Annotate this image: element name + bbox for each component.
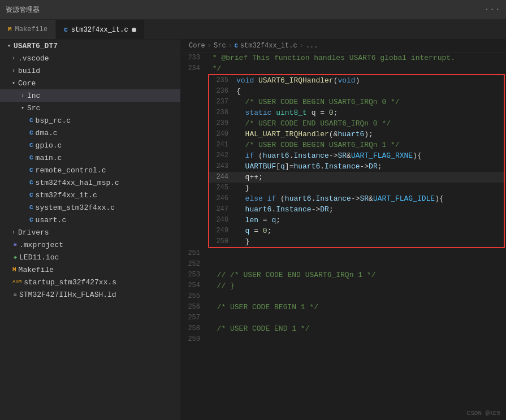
code-line-237: 237 /* USER CODE BEGIN USART6_IRQn 0 */ <box>209 97 504 107</box>
editor-panel: Core › Src › C stm32f4xx_it.c › ... 233 … <box>181 40 506 420</box>
code-line-254: 254 // } <box>181 280 506 291</box>
code-line-242: 242 if (huart6.Instance->SR&UART_FLAG_RX… <box>209 150 504 161</box>
sidebar-item-gpio[interactable]: C gpio.c <box>0 139 180 151</box>
drivers-arrow: › <box>9 230 18 236</box>
core-arrow: ▾ <box>9 80 18 86</box>
code-line-259: 259 <box>181 334 506 345</box>
c-icon-remote: C <box>29 167 33 174</box>
it-label: stm32f4xx_it.c <box>36 191 97 200</box>
bsp-rc-label: bsp_rc.c <box>36 116 71 125</box>
c-icon-it: C <box>29 192 33 198</box>
usart-label: usart.c <box>36 216 67 224</box>
asm-icon: ASM <box>12 279 21 285</box>
sidebar-item-mxproject[interactable]: ≡ .mxproject <box>0 239 180 251</box>
startup-label: startup_stm32f427xx.s <box>24 278 116 287</box>
build-label: build <box>18 67 40 75</box>
sidebar-item-ioc[interactable]: ◈ LED11.ioc <box>0 251 180 263</box>
c-icon-usart: C <box>29 217 33 223</box>
sidebar: ▾ USART6_DT7 › .vscode › build ▾ Core › … <box>0 40 181 420</box>
sidebar-item-src[interactable]: ▾ Src <box>0 102 180 114</box>
breadcrumb-file: stm32f4xx_it.c <box>240 42 297 50</box>
sidebar-item-build[interactable]: › build <box>0 64 180 77</box>
code-line-246: 246 else if (huart6.Instance->SR&UART_FL… <box>209 193 504 204</box>
breadcrumb-ellipsis: ... <box>306 42 318 50</box>
code-line-247: 247 huart6.Instance->DR; <box>209 204 504 215</box>
code-line-239: 239 /* USER CODE END USART6_IRQn 0 */ <box>209 118 504 129</box>
code-line-253: 253 // /* USER CODE END USART6_IRQn 1 */ <box>181 270 506 280</box>
sidebar-item-hal-msp[interactable]: C stm32f4xx_hal_msp.c <box>0 176 180 189</box>
tab-makefile-label: Makefile <box>15 25 48 33</box>
title-bar: 资源管理器 ··· <box>0 0 506 20</box>
vscode-label: .vscode <box>18 54 49 63</box>
unsaved-dot <box>132 28 136 32</box>
makefile-icon: M <box>8 26 12 33</box>
code-line-238: 238 static uint8_t q = 0; <box>209 107 504 118</box>
sidebar-item-dma[interactable]: C dma.c <box>0 127 180 139</box>
ld-icon: ≡ <box>14 292 17 298</box>
sidebar-item-bsp-rc[interactable]: C bsp_rc.c <box>0 114 180 127</box>
c-icon-bsp: C <box>29 117 33 124</box>
tab-makefile[interactable]: M Makefile <box>0 20 56 39</box>
mxproject-label: .mxproject <box>19 241 63 249</box>
c-icon-system: C <box>29 204 33 211</box>
code-line-244: 244 q++; <box>209 172 504 183</box>
code-line-251: 251 <box>181 248 506 259</box>
main-area: ▾ USART6_DT7 › .vscode › build ▾ Core › … <box>0 40 506 420</box>
code-line-249: 249 q = 0; <box>209 226 504 236</box>
drivers-label: Drivers <box>18 228 49 237</box>
sidebar-item-remote-control[interactable]: C remote_control.c <box>0 164 180 176</box>
remote-control-label: remote_control.c <box>36 166 106 175</box>
code-line-255: 255 <box>181 291 506 302</box>
root-label: USART6_DT7 <box>14 42 58 50</box>
title-text: 资源管理器 <box>6 5 484 15</box>
code-line-235: 235 void USART6_IRQHandler(void) <box>209 75 504 86</box>
code-line-258: 258 /* USER CODE END 1 */ <box>181 323 506 334</box>
c-file-icon: C <box>64 27 68 33</box>
watermark: CSDN @KE5 <box>467 410 500 417</box>
sidebar-item-makefile[interactable]: M Makefile <box>0 263 180 276</box>
code-area[interactable]: 233 * @brief This function handles USART… <box>181 53 506 420</box>
src-label: Src <box>27 104 40 112</box>
ioc-icon: ◈ <box>14 254 17 261</box>
code-line-234: 234 */ <box>181 63 506 74</box>
mxp-icon: ≡ <box>14 242 17 248</box>
code-line-233: 233 * @brief This function handles USART… <box>181 53 506 63</box>
c-icon-hal-msp: C <box>29 179 33 186</box>
code-line-252: 252 <box>181 259 506 270</box>
m-icon-makefile: M <box>12 266 16 273</box>
c-icon-gpio: C <box>29 142 33 149</box>
code-line-245: 245 } <box>209 183 504 193</box>
hal-msp-label: stm32f4xx_hal_msp.c <box>36 179 119 187</box>
sidebar-item-startup[interactable]: ASM startup_stm32f427xx.s <box>0 276 180 288</box>
main-label: main.c <box>36 154 62 162</box>
sidebar-item-system[interactable]: C system_stm32f4xx.c <box>0 201 180 214</box>
breadcrumb: Core › Src › C stm32f4xx_it.c › ... <box>181 40 506 53</box>
vscode-arrow: › <box>9 55 18 62</box>
sidebar-root[interactable]: ▾ USART6_DT7 <box>0 40 180 52</box>
ioc-label: LED11.ioc <box>19 253 59 262</box>
sidebar-item-inc[interactable]: › Inc <box>0 89 180 102</box>
root-arrow: ▾ <box>5 42 14 49</box>
sidebar-item-usart[interactable]: C usart.c <box>0 214 180 226</box>
title-dots[interactable]: ··· <box>484 5 500 15</box>
code-line-250: 250 } <box>209 236 504 247</box>
core-label: Core <box>18 79 36 88</box>
code-line-236: 236 { <box>209 86 504 97</box>
code-line-241: 241 /* USER CODE BEGIN USART6_IRQn 1 */ <box>209 140 504 150</box>
sidebar-item-drivers[interactable]: › Drivers <box>0 226 180 239</box>
sidebar-item-it[interactable]: C stm32f4xx_it.c <box>0 189 180 201</box>
sidebar-item-core[interactable]: ▾ Core <box>0 77 180 89</box>
dma-label: dma.c <box>36 129 58 137</box>
sidebar-item-ld[interactable]: ≡ STM32F427IIHx_FLASH.ld <box>0 288 180 301</box>
c-icon-main: C <box>29 154 33 161</box>
code-line-243: 243 UARTBUF[q]=huart6.Instance->DR; <box>209 161 504 172</box>
gpio-label: gpio.c <box>36 141 62 150</box>
c-icon-dma: C <box>29 129 33 136</box>
tab-stm32f4xx-it[interactable]: C stm32f4xx_it.c <box>56 20 144 39</box>
tab-stm32f4xx-it-label: stm32f4xx_it.c <box>71 26 128 34</box>
build-arrow: › <box>9 68 18 74</box>
tabs-bar: M Makefile C stm32f4xx_it.c <box>0 20 506 40</box>
breadcrumb-c-icon: C <box>235 43 238 49</box>
sidebar-item-main[interactable]: C main.c <box>0 151 180 164</box>
sidebar-item-vscode[interactable]: › .vscode <box>0 52 180 64</box>
